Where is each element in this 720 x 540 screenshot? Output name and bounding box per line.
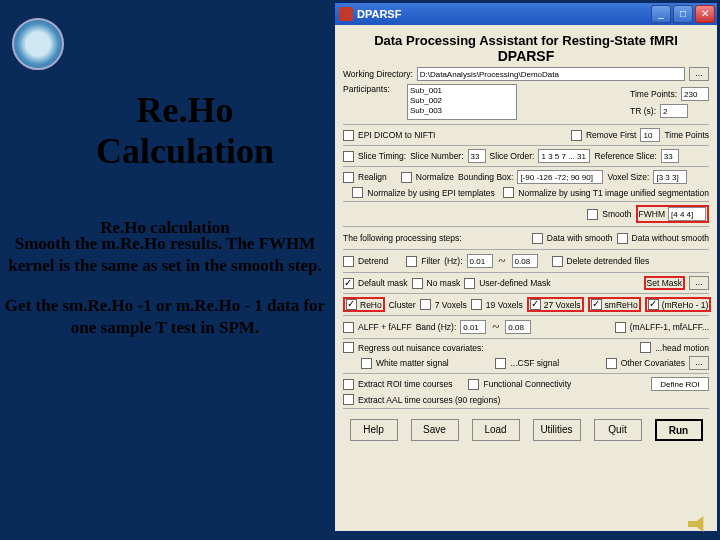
alff-low-input[interactable]: 0.01 (460, 320, 486, 334)
fc-label: Functional Connectivity (483, 379, 571, 389)
timepoints-label: Time Points: (630, 89, 677, 99)
othercov-browse[interactable]: ... (689, 356, 709, 370)
save-button[interactable]: Save (411, 419, 459, 441)
app-title-short: DPARSF (343, 48, 709, 64)
filter-checkbox[interactable] (406, 256, 417, 267)
run-button[interactable]: Run (655, 419, 703, 441)
processing-note-row: The following processing steps: Data wit… (343, 230, 709, 246)
nomask-checkbox[interactable] (412, 278, 423, 289)
refslice-input[interactable]: 33 (661, 149, 679, 163)
tr-input[interactable]: 2 (660, 104, 688, 118)
data-smooth-checkbox[interactable] (532, 233, 543, 244)
filter-low-input[interactable]: 0.01 (467, 254, 493, 268)
malff-checkbox[interactable] (615, 322, 626, 333)
reho-7v-checkbox[interactable] (420, 299, 431, 310)
minimize-button[interactable]: _ (651, 5, 671, 23)
mreho-redbox: (mReHo - 1) (645, 297, 712, 312)
wm-label: White matter signal (376, 358, 449, 368)
voxsize-input[interactable]: [3 3 3] (653, 170, 687, 184)
aal-checkbox[interactable] (343, 394, 354, 405)
epi-checkbox[interactable] (343, 130, 354, 141)
alff-checkbox[interactable] (343, 322, 354, 333)
norm-t1-label: Normalize by using T1 image unified segm… (518, 188, 709, 198)
workdir-input[interactable]: D:\DataAnalysis\Processing\DemoData (417, 67, 685, 81)
filter-band-label: (Hz): (444, 256, 462, 266)
reho-label: ReHo (360, 300, 382, 310)
regress-checkbox[interactable] (343, 342, 354, 353)
usermask-checkbox[interactable] (464, 278, 475, 289)
alff-band-label: Band (Hz): (416, 322, 457, 332)
slicetiming-row: Slice Timing: Slice Number: 33 Slice Ord… (343, 149, 709, 163)
smooth-row: Smooth FWHM [4 4 4] (343, 205, 709, 223)
timepoints-input[interactable]: 230 (681, 87, 709, 101)
slide-paragraph-2: Get the sm.Re.Ho -1 or m.Re.Ho - 1 data … (0, 295, 330, 339)
data-smooth-label: Data with smooth (547, 233, 613, 243)
dparsf-window: DPARSF _ □ ✕ Data Processing Assistant f… (334, 2, 718, 532)
normalize-checkbox[interactable] (401, 172, 412, 183)
removefirst-input[interactable]: 10 (640, 128, 660, 142)
defineroi-button[interactable]: Define ROI (651, 377, 709, 391)
slicetiming-checkbox[interactable] (343, 151, 354, 162)
fwhm-label: FWHM (639, 209, 665, 219)
help-button[interactable]: Help (350, 419, 398, 441)
deldetrend-label: Delete detrended files (567, 256, 650, 266)
deldetrend-checkbox[interactable] (552, 256, 563, 267)
slicetiming-label: Slice Timing: (358, 151, 406, 161)
wm-checkbox[interactable] (361, 358, 372, 369)
bb-label: Bounding Box: (458, 172, 513, 182)
mask-browse-button[interactable]: ... (689, 276, 709, 290)
fwhm-input[interactable]: [4 4 4] (668, 207, 706, 221)
slicenum-input[interactable]: 33 (468, 149, 486, 163)
close-button[interactable]: ✕ (695, 5, 715, 23)
participants-listbox[interactable]: Sub_001 Sub_002 Sub_003 (407, 84, 517, 120)
reho-19v-checkbox[interactable] (471, 299, 482, 310)
button-bar: Help Save Load Utilities Quit Run (343, 419, 709, 441)
csf-label: ...CSF signal (510, 358, 559, 368)
alff-label: ALFF + fALFF (358, 322, 412, 332)
load-button[interactable]: Load (472, 419, 520, 441)
reho-checkbox[interactable] (346, 299, 357, 310)
cluster-label: Cluster (389, 300, 416, 310)
data-nosmooth-label: Data without smooth (632, 233, 709, 243)
participants-label: Participants: (343, 84, 403, 94)
reho-7v-label: 7 Voxels (435, 300, 467, 310)
csf-checkbox[interactable] (495, 358, 506, 369)
detrend-checkbox[interactable] (343, 256, 354, 267)
mreho-checkbox[interactable] (648, 299, 659, 310)
realign-checkbox[interactable] (343, 172, 354, 183)
participants-row: Participants: Sub_001 Sub_002 Sub_003 Ti… (343, 84, 709, 121)
sliceorder-input[interactable]: 1 3 5 7 ... 31 (538, 149, 590, 163)
window-titlebar[interactable]: DPARSF _ □ ✕ (335, 3, 717, 25)
smooth-label: Smooth (602, 209, 631, 219)
roi-tc-checkbox[interactable] (343, 379, 354, 390)
othercov-checkbox[interactable] (606, 358, 617, 369)
defaultmask-checkbox[interactable] (343, 278, 354, 289)
realign-label: Realign (358, 172, 387, 182)
norm-t1-checkbox[interactable] (503, 187, 514, 198)
regress-row2: White matter signal ...CSF signal Other … (343, 356, 709, 370)
reho-27v-checkbox[interactable] (530, 299, 541, 310)
regress-label: Regress out nuisance covariates: (358, 343, 484, 353)
data-nosmooth-checkbox[interactable] (617, 233, 628, 244)
filter-high-input[interactable]: 0.08 (512, 254, 538, 268)
workdir-browse-button[interactable]: ... (689, 67, 709, 81)
smreho-label: smReHo (605, 300, 638, 310)
smooth-checkbox[interactable] (587, 209, 598, 220)
quit-button[interactable]: Quit (594, 419, 642, 441)
workdir-row: Working Directory: D:\DataAnalysis\Proce… (343, 67, 709, 81)
defaultmask-label: Default mask (358, 278, 408, 288)
smreho-checkbox[interactable] (591, 299, 602, 310)
maximize-button[interactable]: □ (673, 5, 693, 23)
bb-input[interactable]: [-90 -126 -72; 90 90] (517, 170, 603, 184)
norm-epi-checkbox[interactable] (352, 187, 363, 198)
para1-text: Smooth the m.Re.Ho results. The FWHM ker… (8, 234, 322, 275)
headmotion-checkbox[interactable] (640, 342, 651, 353)
aal-label: Extract AAL time courses (90 regions) (358, 395, 500, 405)
alff-high-input[interactable]: 0.08 (505, 320, 531, 334)
removefirst-checkbox[interactable] (571, 130, 582, 141)
app-title-long: Data Processing Assistant for Resting-St… (343, 33, 709, 48)
slide-paragraph-1: Re.Ho calculation Smooth the m.Re.Ho res… (0, 233, 330, 277)
fc-checkbox[interactable] (468, 379, 479, 390)
mask-row: Default mask No mask User-defined Mask S… (343, 276, 709, 290)
utilities-button[interactable]: Utilities (533, 419, 581, 441)
